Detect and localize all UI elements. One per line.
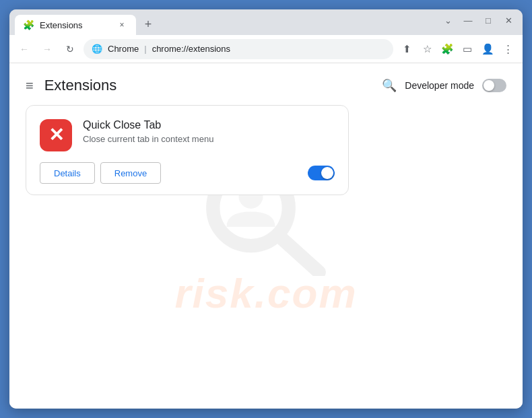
tab-puzzle-icon: 🧩: [23, 20, 34, 30]
extension-info: Quick Close Tab Close current tab in con…: [83, 119, 335, 144]
address-domain: Chrome: [108, 44, 139, 54]
new-tab-button[interactable]: +: [139, 15, 158, 34]
developer-mode-label: Developer mode: [405, 80, 474, 91]
toolbar-actions: ⬆ ☆ 🧩 ▭ 👤 ⋮: [397, 40, 517, 59]
chevron-button[interactable]: ⌄: [439, 13, 457, 27]
toolbar: ← → ↻ 🌐 Chrome | chrome://extensions ⬆ ☆…: [9, 35, 523, 63]
forward-button[interactable]: →: [38, 40, 57, 59]
extensions-button[interactable]: 🧩: [438, 40, 457, 59]
extensions-header: ≡ Extensions 🔍 Developer mode: [9, 63, 523, 105]
details-button[interactable]: Details: [40, 162, 95, 184]
extensions-title-area: ≡ Extensions: [26, 77, 117, 94]
share-button[interactable]: ⬆: [397, 40, 416, 59]
toggle-knob: [484, 80, 494, 91]
extension-icon-symbol: ✕: [48, 126, 64, 145]
menu-button[interactable]: ⋮: [498, 40, 517, 59]
watermark-text: risk.com: [174, 269, 357, 317]
maximize-button[interactable]: □: [479, 13, 497, 27]
extension-description: Close current tab in context menu: [83, 134, 335, 144]
tab-close-button[interactable]: ×: [116, 19, 128, 31]
title-bar: 🧩 Extensions × + ⌄ — □ ✕: [9, 9, 523, 35]
active-tab[interactable]: 🧩 Extensions ×: [15, 15, 136, 35]
address-separator: |: [144, 44, 146, 54]
extension-icon: ✕: [40, 119, 72, 151]
globe-icon: 🌐: [92, 44, 102, 54]
reload-button[interactable]: ↻: [61, 40, 79, 59]
window-controls: ⌄ — □ ✕: [439, 13, 517, 27]
sidebar-button[interactable]: ▭: [458, 40, 477, 59]
close-button[interactable]: ✕: [500, 13, 517, 27]
address-bar[interactable]: 🌐 Chrome | chrome://extensions: [84, 39, 393, 59]
card-actions: Details Remove: [40, 162, 161, 184]
extension-toggle-knob: [321, 167, 333, 179]
tab-title: Extensions: [40, 20, 110, 30]
card-bottom: Details Remove: [40, 162, 335, 184]
bookmark-button[interactable]: ☆: [418, 40, 436, 59]
card-top: ✕ Quick Close Tab Close current tab in c…: [40, 119, 335, 151]
minimize-button[interactable]: —: [459, 13, 477, 27]
search-icon[interactable]: 🔍: [382, 78, 397, 93]
remove-button[interactable]: Remove: [100, 162, 161, 184]
extension-toggle[interactable]: [308, 166, 335, 180]
browser-window: 🧩 Extensions × + ⌄ — □ ✕ ← → ↻ 🌐 Chrome …: [9, 9, 523, 409]
extension-card: ✕ Quick Close Tab Close current tab in c…: [26, 105, 349, 195]
back-button[interactable]: ←: [15, 40, 34, 59]
developer-mode-toggle[interactable]: [482, 79, 506, 92]
extension-name: Quick Close Tab: [83, 119, 335, 131]
svg-line-1: [279, 237, 319, 273]
profile-button[interactable]: 👤: [478, 40, 497, 59]
address-path: chrome://extensions: [152, 44, 230, 54]
page-content: risk.com ≡ Extensions 🔍 Developer mode ✕: [9, 63, 523, 409]
page-title: Extensions: [44, 77, 117, 94]
header-right: 🔍 Developer mode: [382, 78, 506, 93]
hamburger-icon[interactable]: ≡: [26, 78, 34, 94]
